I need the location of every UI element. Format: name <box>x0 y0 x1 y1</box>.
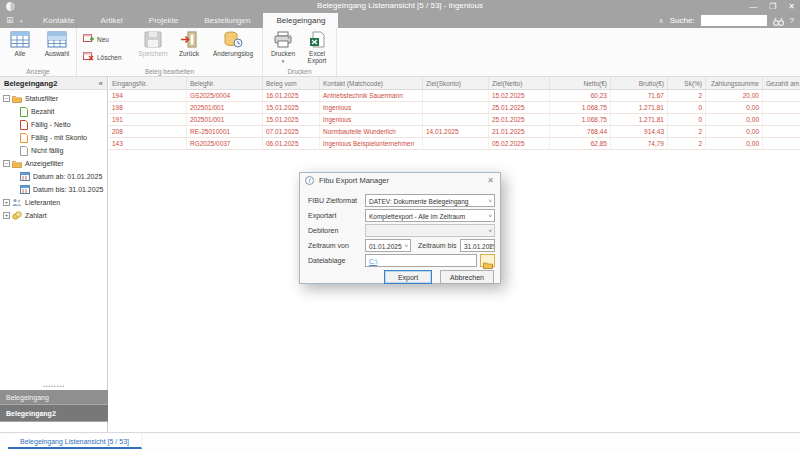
status-not-due-icon <box>20 146 28 156</box>
column-header[interactable]: BelegNr. <box>187 77 263 89</box>
column-header[interactable]: Brutto(€) <box>611 77 668 89</box>
tree-item-label: Nicht fällig <box>31 147 63 154</box>
browse-folder-button[interactable] <box>480 254 495 267</box>
auswahl-button[interactable]: Auswahl <box>40 30 74 57</box>
table-cell: 2 <box>668 138 706 149</box>
dialog-close-icon[interactable]: ✕ <box>487 176 494 185</box>
tree-item-bezahlt[interactable]: Bezahlt <box>0 105 107 118</box>
column-header[interactable]: EingangsNr. <box>109 77 187 89</box>
column-header[interactable]: Ziel(Netto) <box>489 77 550 89</box>
table-cell: 191 <box>109 114 187 125</box>
chevron-down-icon: ˅ <box>488 228 492 234</box>
table-cell: Antriebstechnik Sauermann <box>320 90 423 101</box>
loeschen-button[interactable]: Löschen <box>83 52 122 62</box>
dateiablage-input[interactable]: C:\ <box>365 254 477 267</box>
tree-item-statusfilter[interactable]: –Statusfilter <box>0 92 107 105</box>
tab-belegeingang[interactable]: Belegeingang <box>263 13 338 28</box>
tab-bestellungen[interactable]: Bestellungen <box>191 13 263 28</box>
export-button[interactable]: Export <box>384 270 432 284</box>
fibu-export-dialog: i Fibu Export Manager ✕ FIBU Zielformat … <box>299 172 501 284</box>
excel-export-button[interactable]: Excel Export <box>301 30 333 64</box>
table-row[interactable]: 194GS2025/000416.01.2025Antriebstechnik … <box>109 90 800 102</box>
table-cell: 25.01.2025 <box>489 102 550 113</box>
exportart-select[interactable]: Komplettexport - Alle im Zeitraum ˅ <box>365 209 495 222</box>
zeitraum-bis-picker[interactable]: 31.01.2025 ˅ <box>460 239 495 252</box>
view-bar-belegeingang[interactable]: Belegeingang <box>0 390 108 405</box>
zeitraum-von-value: 01.01.2025 <box>369 243 402 250</box>
ribbon-collapse-icon[interactable]: ∧ <box>659 17 664 25</box>
table-body: 194GS2025/000416.01.2025Antriebstechnik … <box>109 90 800 150</box>
payment-type-icon <box>12 211 22 220</box>
column-header[interactable]: Netto(€) <box>550 77 611 89</box>
close-button[interactable]: ✕ <box>788 0 795 13</box>
search-input[interactable] <box>701 15 767 26</box>
tree-item-label: Datum ab: 01.01.2025 <box>33 173 102 180</box>
tree-item-label: Bezahlt <box>31 108 54 115</box>
group-label-drucken: Drucken <box>263 68 336 75</box>
table-row[interactable]: 143RG2025/003706.01.2025Ingenious Beispi… <box>109 138 800 150</box>
table-cell: 15.01.2025 <box>263 102 320 113</box>
tab-artikel[interactable]: Artikel <box>88 13 136 28</box>
table-row[interactable]: 198202501/00115.01.2025Ingenious25.01.20… <box>109 102 800 114</box>
drucken-button[interactable]: Drucken ▾ <box>267 30 299 65</box>
sidebar-collapse-icon[interactable]: « <box>99 79 103 88</box>
column-header[interactable]: Zahlungssumme <box>706 77 763 89</box>
tab-projekte[interactable]: Projekte <box>136 13 191 28</box>
table-cell <box>423 138 489 149</box>
tree-item-lieferanten[interactable]: +Lieferanten <box>0 196 107 209</box>
table-row[interactable]: 208RE-2501000107.01.2025Normbauteile Wun… <box>109 126 800 138</box>
dialog-titlebar[interactable]: i Fibu Export Manager ✕ <box>300 173 500 189</box>
collapse-node-icon[interactable]: – <box>3 160 10 167</box>
speichern-button[interactable]: Speichern <box>135 30 171 57</box>
statusbar: Belegeingang Listenansicht [5 / 53] <box>0 432 800 450</box>
tab-kontakte[interactable]: Kontakte <box>30 13 88 28</box>
help-button[interactable]: ? <box>790 16 794 25</box>
tree-item-nicht-fällig[interactable]: Nicht fällig <box>0 144 107 157</box>
table-cell: 14.01.2025 <box>423 126 489 137</box>
table-cell: 1.068,75 <box>550 102 611 113</box>
table-cell: 15.01.2025 <box>263 114 320 125</box>
tree-item-fällig-mit-skonto[interactable]: Fällig - mit Skonto <box>0 131 107 144</box>
fibu-format-select[interactable]: DATEV: Dokumente Belegeingang ˅ <box>365 194 495 207</box>
column-header[interactable]: Gezahlt am <box>763 77 800 89</box>
column-header[interactable]: Ziel(Skonto) <box>423 77 489 89</box>
view-bar-belegeingang2[interactable]: Belegeingang2 <box>0 405 108 422</box>
expand-node-icon[interactable]: + <box>3 212 10 219</box>
tree-item-datum-ab-01-01-2025[interactable]: Datum ab: 01.01.2025 <box>0 170 107 183</box>
zurueck-button[interactable]: Zurück <box>173 30 205 57</box>
tree-item-fällig-netto[interactable]: Fällig - Netto <box>0 118 107 131</box>
collapse-node-icon[interactable]: – <box>3 95 10 102</box>
table-row[interactable]: 191202501/00115.01.2025Ingenious25.01.20… <box>109 114 800 126</box>
column-header[interactable]: Sk(%) <box>668 77 706 89</box>
table-cell: 0,00 <box>706 102 763 113</box>
new-icon <box>83 34 94 44</box>
apps-grid-icon[interactable]: ⊞ <box>6 16 14 25</box>
tree-item-label: Lieferanten <box>25 199 60 206</box>
save-icon <box>144 31 162 48</box>
minimize-button[interactable]: — <box>749 0 757 13</box>
neu-button[interactable]: Neu <box>83 34 109 44</box>
column-header[interactable]: Beleg vom <box>263 77 320 89</box>
table-cell: 2 <box>668 126 706 137</box>
binoculars-icon[interactable] <box>773 12 784 30</box>
statusbar-view-tab[interactable]: Belegeingang Listenansicht [5 / 53] <box>8 434 142 449</box>
tree-item-anzeigefilter[interactable]: –Anzeigefilter <box>0 157 107 170</box>
column-header[interactable]: Kontakt (Matchcode) <box>320 77 423 89</box>
loeschen-label: Löschen <box>97 54 122 61</box>
table-selection-icon <box>47 31 67 48</box>
alle-button[interactable]: Alle <box>4 30 36 57</box>
drucken-label: Drucken <box>271 50 295 57</box>
zeitraum-von-picker[interactable]: 01.01.2025 ˅ <box>365 239 411 252</box>
table-cell: 15.02.2025 <box>489 90 550 101</box>
expand-node-icon[interactable]: + <box>3 199 10 206</box>
table-cell: 74,79 <box>611 138 668 149</box>
tree-item-zahlart[interactable]: +Zahlart <box>0 209 107 222</box>
drucken-dropdown-caret[interactable]: ▾ <box>282 58 285 64</box>
abbrechen-button[interactable]: Abbrechen <box>440 270 494 284</box>
alle-label: Alle <box>15 50 26 57</box>
tree-item-datum-bis-31-01-2025[interactable]: Datum bis: 31.01.2025 <box>0 183 107 196</box>
table-header: EingangsNr.BelegNr.Beleg vomKontakt (Mat… <box>109 77 800 90</box>
aenderungslog-button[interactable]: Änderungslog <box>207 30 259 57</box>
dateiablage-label: Dateiablage <box>308 257 345 264</box>
tree-item-label: Zahlart <box>25 212 47 219</box>
